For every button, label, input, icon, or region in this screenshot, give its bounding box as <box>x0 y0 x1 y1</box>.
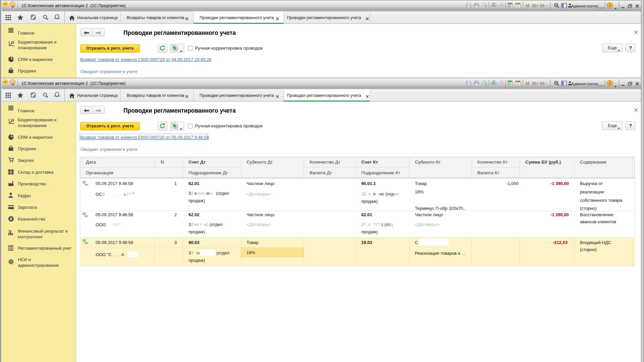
svg-text:31: 31 <box>517 82 520 85</box>
svg-text:₽: ₽ <box>12 119 13 122</box>
svg-text:₽: ₽ <box>12 41 13 44</box>
svg-text:31: 31 <box>517 5 520 8</box>
svg-text:₽: ₽ <box>10 217 12 221</box>
